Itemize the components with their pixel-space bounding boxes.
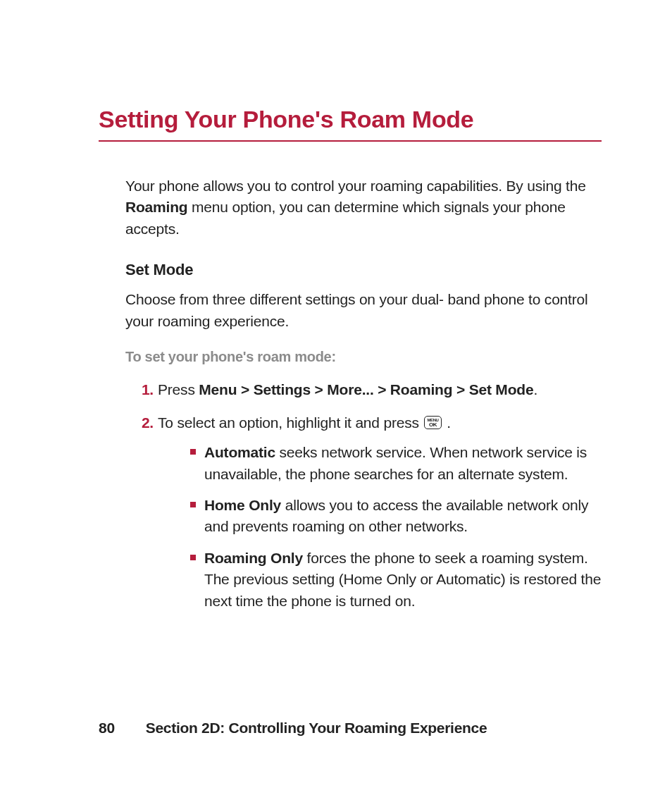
step-2: To select an option, highlight it and pr… (125, 412, 602, 612)
set-mode-heading: Set Mode (125, 261, 602, 279)
menu-ok-key-icon: MENUOK (424, 416, 441, 429)
section-label: Section 2D: Controlling Your Roaming Exp… (146, 720, 487, 736)
page-footer: 80Section 2D: Controlling Your Roaming E… (99, 720, 487, 737)
step-1-post: . (533, 381, 537, 398)
step-2-post: . (443, 414, 451, 431)
intro-pre: Your phone allows you to control your ro… (125, 178, 586, 194)
option-roaming-only-label: Roaming Only (204, 550, 303, 566)
steps-list: Press Menu > Settings > More... > Roamin… (125, 379, 602, 612)
option-automatic: Automatic seeks network service. When ne… (190, 442, 602, 485)
option-home-only: Home Only allows you to access the avail… (190, 495, 602, 538)
option-roaming-only: Roaming Only forces the phone to seek a … (190, 548, 602, 612)
options-list: Automatic seeks network service. When ne… (158, 442, 602, 612)
manual-page: Setting Your Phone's Roam Mode Your phon… (0, 0, 672, 807)
step-2-pre: To select an option, highlight it and pr… (158, 414, 423, 431)
procedure-label: To set your phone's roam mode: (125, 349, 602, 365)
intro-bold: Roaming (125, 199, 187, 215)
page-title: Setting Your Phone's Roam Mode (99, 106, 602, 142)
set-mode-desc: Choose from three different settings on … (125, 289, 602, 332)
step-1-bold: Menu > Settings > More... > Roaming > Se… (199, 381, 533, 398)
step-1: Press Menu > Settings > More... > Roamin… (125, 379, 602, 400)
option-automatic-label: Automatic (204, 444, 275, 460)
intro-paragraph: Your phone allows you to control your ro… (125, 175, 602, 240)
intro-post: menu option, you can determine which sig… (125, 199, 566, 236)
key-bot-label: OK (427, 422, 438, 428)
page-number: 80 (99, 720, 115, 737)
step-1-pre: Press (158, 381, 199, 398)
option-home-only-label: Home Only (204, 497, 281, 513)
